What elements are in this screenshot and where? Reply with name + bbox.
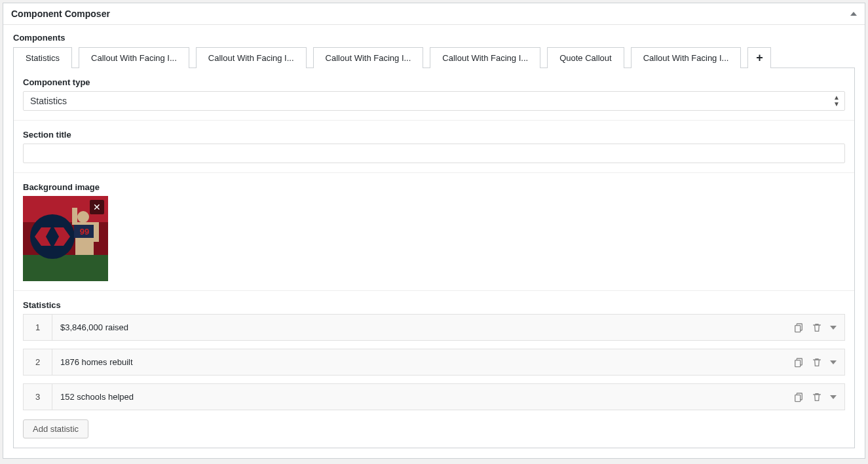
duplicate-button[interactable] xyxy=(793,357,804,368)
section-title-label: Section title xyxy=(23,130,845,140)
close-icon: ✕ xyxy=(93,202,101,212)
metabox-header: Component Composer xyxy=(3,3,865,25)
tab-pane: Component type Statistics ▲▼ Section tit… xyxy=(13,68,855,448)
background-image-thumbnail[interactable]: 99 ✕ xyxy=(23,196,108,281)
statistics-list: 1 $3,846,000 raised xyxy=(23,314,845,410)
statistic-index: 3 xyxy=(24,384,52,410)
duplicate-icon xyxy=(793,392,804,402)
delete-button[interactable] xyxy=(812,357,822,368)
statistic-index: 1 xyxy=(24,315,52,340)
tab-callout-2[interactable]: Callout With Facing I... xyxy=(196,47,307,68)
statistic-text: 1876 homes rebuilt xyxy=(52,349,785,375)
svg-point-9 xyxy=(77,211,89,223)
statistic-text: 152 schools helped xyxy=(52,384,785,410)
statistics-label: Statistics xyxy=(23,300,845,310)
plus-icon: + xyxy=(756,51,763,65)
remove-image-button[interactable]: ✕ xyxy=(90,200,104,214)
trash-icon xyxy=(812,392,822,402)
statistic-index: 2 xyxy=(24,349,52,375)
tab-callout-1[interactable]: Callout With Facing I... xyxy=(79,47,189,68)
chevron-down-icon xyxy=(830,395,837,399)
component-composer-metabox: Component Composer Components Statistics… xyxy=(3,3,865,459)
duplicate-icon xyxy=(793,322,804,333)
section-title-input[interactable] xyxy=(23,144,845,163)
svg-rect-15 xyxy=(795,395,801,401)
panel-body: Components Statistics Callout With Facin… xyxy=(3,25,865,458)
tab-statistics[interactable]: Statistics xyxy=(13,47,72,68)
duplicate-button[interactable] xyxy=(793,322,804,333)
tab-quote-callout[interactable]: Quote Callout xyxy=(547,47,624,68)
components-label: Components xyxy=(13,33,855,43)
component-type-select-wrap: Statistics ▲▼ xyxy=(23,91,845,111)
chevron-down-icon xyxy=(830,326,837,330)
field-background-image: Background image 99 xyxy=(14,173,854,291)
metabox-title: Component Composer xyxy=(11,9,110,19)
expand-button[interactable] xyxy=(830,360,837,364)
statistic-row[interactable]: 1 $3,846,000 raised xyxy=(23,314,845,341)
svg-text:99: 99 xyxy=(80,227,89,237)
trash-icon xyxy=(812,322,822,333)
statistic-actions xyxy=(785,384,844,410)
svg-rect-2 xyxy=(23,255,108,281)
expand-button[interactable] xyxy=(830,395,837,399)
svg-rect-11 xyxy=(795,325,801,332)
svg-rect-13 xyxy=(795,360,801,366)
statistic-actions xyxy=(785,315,844,340)
statistic-actions xyxy=(785,349,844,375)
tab-callout-4[interactable]: Callout With Facing I... xyxy=(430,47,540,68)
duplicate-button[interactable] xyxy=(793,392,804,402)
add-tab-button[interactable]: + xyxy=(747,47,771,68)
delete-button[interactable] xyxy=(812,392,822,402)
background-image-label: Background image xyxy=(23,182,845,192)
trash-icon xyxy=(812,357,822,368)
component-type-label: Component type xyxy=(23,77,845,87)
svg-rect-7 xyxy=(72,208,77,225)
add-statistic-button[interactable]: Add statistic xyxy=(23,419,88,438)
field-section-title: Section title xyxy=(14,121,854,173)
field-statistics: Statistics 1 $3,846,000 raised xyxy=(14,291,854,448)
duplicate-icon xyxy=(793,357,804,368)
statistic-text: $3,846,000 raised xyxy=(52,315,785,340)
component-type-select[interactable]: Statistics xyxy=(23,91,845,111)
expand-button[interactable] xyxy=(830,326,837,330)
svg-rect-8 xyxy=(94,222,99,242)
statistic-row[interactable]: 2 1876 homes rebuilt xyxy=(23,349,845,376)
chevron-down-icon xyxy=(830,360,837,364)
collapse-toggle-icon[interactable] xyxy=(850,12,857,16)
tabs-row: Statistics Callout With Facing I... Call… xyxy=(13,47,855,68)
field-component-type: Component type Statistics ▲▼ xyxy=(14,68,854,121)
delete-button[interactable] xyxy=(812,322,822,333)
tab-callout-3[interactable]: Callout With Facing I... xyxy=(313,47,424,68)
statistic-row[interactable]: 3 152 schools helped xyxy=(23,383,845,410)
tab-callout-5[interactable]: Callout With Facing I... xyxy=(631,47,742,68)
